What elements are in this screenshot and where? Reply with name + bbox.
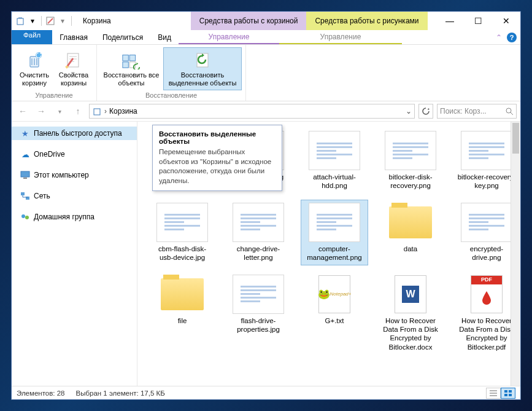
file-item[interactable]: WHow to Recover Data From a Disk Encrypt… <box>377 272 444 355</box>
computer-icon <box>20 170 30 180</box>
restore-selected-button[interactable]: Восстановить выделенные объекты <box>163 47 242 90</box>
recycle-bin-properties-button[interactable]: Свойства корзины <box>55 47 93 90</box>
file-item[interactable]: 🐸Notepad+G+.txt <box>301 272 368 355</box>
properties-icon[interactable] <box>45 16 55 26</box>
group-label: Восстановление <box>97 90 245 101</box>
nav-quick-access[interactable]: ★ Панель быстрого доступа <box>12 127 137 140</box>
navigation-pane[interactable]: ★ Панель быстрого доступа ☁ OneDrive Это… <box>12 122 137 386</box>
pdf-icon: PDF <box>461 275 512 314</box>
icons-view-button[interactable] <box>501 388 515 399</box>
file-item[interactable]: computer-management.png <box>301 200 368 265</box>
window-title: Корзина <box>77 12 117 30</box>
image-thumbnail <box>309 131 360 170</box>
recent-locations-button[interactable]: ▾ <box>52 104 67 119</box>
file-item[interactable]: file <box>148 272 216 355</box>
text-file-icon: 🐸Notepad+ <box>309 275 360 314</box>
address-bar[interactable]: › Корзина ⌄ <box>89 104 415 119</box>
close-button[interactable]: ✕ <box>492 12 520 30</box>
svg-rect-8 <box>123 62 128 68</box>
svg-rect-13 <box>21 171 29 177</box>
details-view-button[interactable] <box>486 388 501 399</box>
empty-recycle-bin-button[interactable]: Очистить корзину <box>15 47 53 90</box>
svg-rect-21 <box>504 394 507 396</box>
file-item[interactable]: change-drive-letter.png <box>225 200 292 265</box>
image-thumbnail <box>385 131 436 170</box>
folder-icon <box>385 203 436 242</box>
refresh-button[interactable] <box>418 104 433 119</box>
scrollbar[interactable] <box>511 122 520 386</box>
chevron-right-icon[interactable]: › <box>104 107 107 115</box>
separator <box>41 16 42 26</box>
svg-rect-0 <box>17 18 23 25</box>
homegroup-icon <box>20 212 30 222</box>
tab-view[interactable]: Вид <box>150 30 179 44</box>
tooltip-body: Перемещение выбранных объектов из "Корзи… <box>159 147 276 186</box>
ribbon-group-restore: Восстановить все объекты Восстановить вы… <box>97 45 246 101</box>
file-name: G+.txt <box>325 316 344 325</box>
file-item[interactable]: cbm-flash-disk-usb-device.jpg <box>148 200 216 265</box>
address-dropdown-icon[interactable]: ⌄ <box>406 107 412 115</box>
svg-point-18 <box>25 216 29 219</box>
tab-home[interactable]: Главная <box>52 30 95 44</box>
button-label: Восстановить выделенные объекты <box>165 71 240 87</box>
titlebar: ▾ ▾ Корзина Средства работы с корзиной С… <box>12 12 520 30</box>
recycle-bin-icon <box>15 16 25 26</box>
cloud-icon: ☁ <box>20 149 30 159</box>
empty-bin-icon <box>25 50 44 70</box>
nav-label: Сеть <box>34 192 50 200</box>
tab-manage-pictures[interactable]: Управление <box>279 30 402 44</box>
status-bar: Элементов: 28 Выбран 1 элемент: 17,5 КБ <box>12 386 520 399</box>
nav-homegroup[interactable]: Домашняя группа <box>12 210 137 224</box>
context-tab-pictures[interactable]: Средства работы с рисунками <box>306 12 427 30</box>
ribbon-collapse-icon[interactable]: ⌃ <box>496 33 502 42</box>
maximize-button[interactable]: ☐ <box>464 12 492 30</box>
button-label: Свойства корзины <box>56 71 91 87</box>
properties-icon <box>64 50 83 70</box>
up-button[interactable]: ↑ <box>71 104 85 119</box>
nav-network[interactable]: Сеть <box>12 189 137 203</box>
nav-this-pc[interactable]: Этот компьютер <box>12 168 137 182</box>
file-name: encrypted-drive.png <box>456 245 517 262</box>
nav-label: Домашняя группа <box>34 213 94 221</box>
context-tab-recycle[interactable]: Средства работы с корзиной <box>191 12 307 30</box>
network-icon <box>20 191 30 201</box>
star-icon: ★ <box>20 128 30 138</box>
forward-button[interactable]: → <box>34 104 48 119</box>
file-name: file <box>178 316 187 325</box>
file-name: cbm-flash-disk-usb-device.jpg <box>152 245 213 262</box>
svg-rect-19 <box>504 390 507 393</box>
minimize-button[interactable]: — <box>436 12 464 30</box>
back-button[interactable]: ← <box>15 104 30 119</box>
navigation-row: ← → ▾ ↑ › Корзина ⌄ Поиск: Корз... <box>12 101 520 121</box>
image-thumbnail <box>309 203 360 242</box>
file-item[interactable]: attach-virtual-hdd.png <box>301 128 368 194</box>
file-item[interactable]: data <box>377 200 444 265</box>
file-name: change-drive-letter.png <box>228 245 289 262</box>
search-icon <box>506 108 514 115</box>
tab-manage-recycle[interactable]: Управление <box>179 30 279 44</box>
file-item[interactable]: bitlocker-disk-recovery.png <box>377 128 444 194</box>
qat-dropdown-icon[interactable]: ▾ <box>28 16 37 26</box>
tooltip-title: Восстановить выделенные объекты <box>159 130 276 145</box>
file-item[interactable]: flash-drive-properties.jpg <box>225 272 292 355</box>
image-thumbnail <box>156 203 208 242</box>
tab-file[interactable]: Файл <box>12 30 52 44</box>
qat-more-icon[interactable]: ▾ <box>58 16 67 26</box>
tab-share[interactable]: Поделиться <box>95 30 150 44</box>
file-name: How to Recover Data From a Disk Encrypte… <box>456 316 517 352</box>
svg-point-17 <box>21 214 25 218</box>
restore-all-button[interactable]: Восстановить все объекты <box>101 47 162 90</box>
help-icon[interactable]: ? <box>507 33 517 42</box>
file-name: computer-management.png <box>304 245 365 262</box>
search-input[interactable]: Поиск: Корз... <box>437 104 517 119</box>
nav-onedrive[interactable]: ☁ OneDrive <box>12 147 137 161</box>
scroll-thumb[interactable] <box>512 123 519 154</box>
svg-rect-6 <box>123 55 128 61</box>
svg-rect-22 <box>509 394 512 396</box>
tooltip: Восстановить выделенные объекты Перемеще… <box>152 125 282 191</box>
svg-rect-15 <box>21 192 25 195</box>
file-name: How to Recover Data From a Disk Encrypte… <box>380 316 441 352</box>
nav-label: Панель быстрого доступа <box>34 129 122 138</box>
breadcrumb-item[interactable]: Корзина <box>109 107 137 115</box>
file-name: bitlocker-recovery-key.png <box>456 173 517 190</box>
